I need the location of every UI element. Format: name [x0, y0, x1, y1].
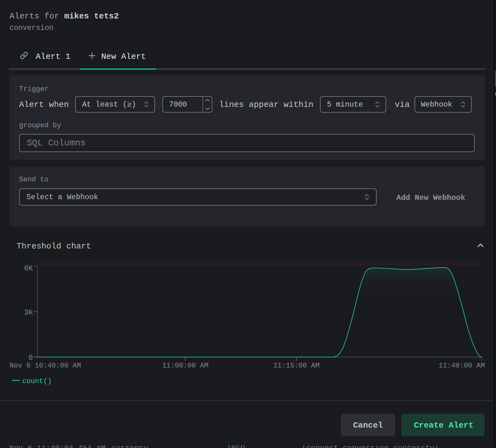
svg-text:11:40:00 AM: 11:40:00 AM — [439, 362, 485, 370]
svg-text:11:15:00 AM: 11:15:00 AM — [273, 362, 319, 370]
svg-text:6K: 6K — [24, 264, 33, 273]
svg-text:0: 0 — [28, 354, 33, 362]
svg-text:3K: 3K — [24, 309, 33, 317]
svg-text:Nov 6 10:40:00 AM: Nov 6 10:40:00 AM — [10, 362, 81, 370]
svg-text:11:00:00 AM: 11:00:00 AM — [162, 362, 208, 370]
